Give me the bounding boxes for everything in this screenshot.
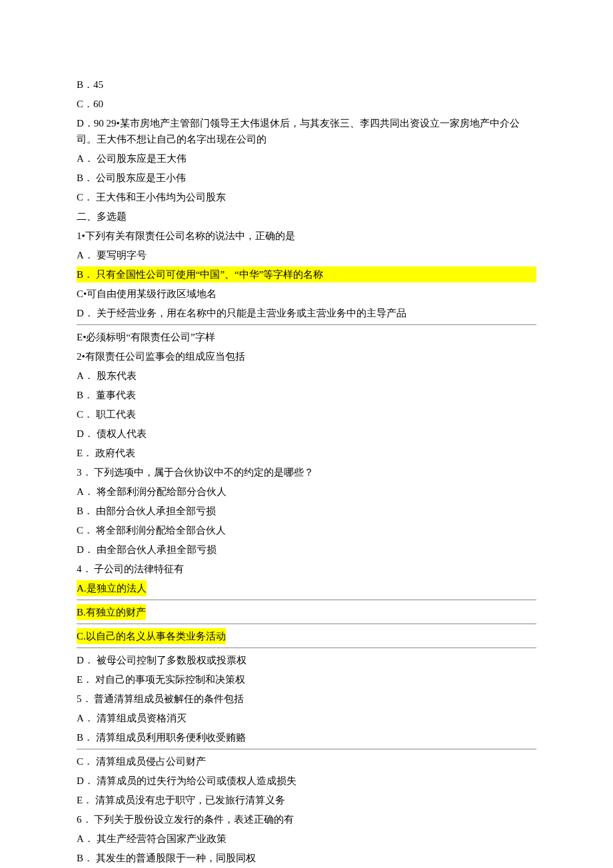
text-line: A． 将全部利润分配给部分合伙人 [77,484,536,500]
body-text: 3． 下列选项中，属于合伙协议中不的约定的是哪些？ [77,467,314,478]
document-page: B．45C．60D．90 29•某市房地产主管部门领导王大伟退休后，与其友张三、… [0,0,613,868]
text-line: B.有独立的财产 [77,604,536,620]
body-text: D． 由全部合伙人承担全部亏损 [77,544,217,555]
body-text: A． 将全部利润分配给部分合伙人 [77,486,227,497]
text-line: C． 清算组成员侵占公司财产 [77,753,536,769]
text-line: B． 由部分合伙人承担全部亏损 [77,503,536,519]
body-text: 5． 普通清算组成员被解任的条件包括 [77,693,244,704]
separator-line [77,324,536,325]
text-line: A． 其生产经营符合国家产业政策 [77,831,536,847]
text-line: 二、多选题 [77,209,536,224]
text-line: D． 被母公司控制了多数股权或投票权 [77,652,536,668]
text-line: E． 政府代表 [77,445,536,461]
body-text: A． 要写明字号 [77,250,147,260]
text-line: D． 债权人代表 [77,426,536,442]
body-text: C． 王大伟和王小伟均为公司股东 [77,192,226,203]
text-line: B． 公司股东应是王小伟 [77,170,536,186]
text-line: E． 对自己的事项无实际控制和决策权 [77,671,536,687]
body-text: 4． 子公司的法律特征有 [77,564,184,574]
text-line: D． 关于经营业务，用在名称中的只能是主营业务或主营业务中的主导产品 [77,305,536,321]
body-text: C． 职工代表 [77,409,136,420]
text-line: 6． 下列关于股份设立发行的条件，表述正确的有 [77,811,536,827]
text-line: D．90 29•某市房地产主管部门领导王大伟退休后，与其友张三、李四共同出资设立… [77,115,536,147]
text-line: B． 董事代表 [77,387,536,403]
body-text: 二、多选题 [77,211,127,222]
body-text: C．60 [77,99,103,109]
text-line: B． 清算组成员利用职务便利收受贿赂 [77,729,536,745]
body-text: B．45 [77,79,103,90]
text-line: C． 王大伟和王小伟均为公司股东 [77,189,536,205]
body-text: A． 清算组成员资格消灭 [77,713,187,723]
body-text: D． 关于经营业务，用在名称中的只能是主营业务或主营业务中的主导产品 [77,308,406,318]
text-line: A． 要写明字号 [77,247,536,263]
body-text: C•可自由使用某级行政区域地名 [77,288,217,299]
body-text: 2•有限责任公司监事会的组成应当包括 [77,351,245,362]
separator-line [77,624,536,624]
separator-line [77,749,536,749]
highlighted-text: B． 只有全国性公司可使用“中国”、“中华”等字样的名称 [77,266,536,282]
text-line: C.以自己的名义从事各类业务活动 [77,628,536,644]
body-text: E． 政府代表 [77,448,135,458]
separator-line [77,600,536,600]
body-text: B． 董事代表 [77,390,136,400]
highlighted-text: B.有独立的财产 [77,604,146,620]
text-line: C． 职工代表 [77,406,536,422]
text-line: D． 由全部合伙人承担全部亏损 [77,542,536,558]
text-line: A． 公司股东应是王大伟 [77,151,536,167]
text-line: 1•下列有关有限责任公司名称的说法中，正确的是 [77,228,536,244]
body-text: B． 由部分合伙人承担全部亏损 [77,506,216,516]
body-text: A． 其生产经营符合国家产业政策 [77,833,227,844]
body-text: A． 公司股东应是王大伟 [77,153,187,164]
body-text: D．90 29•某市房地产主管部门领导王大伟退休后，与其友张三、李四共同出资设立… [77,118,520,145]
body-text: D． 债权人代表 [77,428,147,439]
text-line: B． 只有全国性公司可使用“中国”、“中华”等字样的名称 [77,266,536,282]
text-line: 4． 子公司的法律特征有 [77,561,536,577]
text-line: B．45 [77,77,536,93]
text-line: A.是独立的法人 [77,580,536,596]
text-line: D． 清算成员的过失行为给公司或债权人造成损失 [77,773,536,789]
body-text: B． 其发生的普通股限于一种，同股同权 [77,853,256,863]
body-text: 1•下列有关有限责任公司名称的说法中，正确的是 [77,230,295,241]
body-text: D． 清算成员的过失行为给公司或债权人造成损失 [77,775,297,786]
text-line: 2•有限责任公司监事会的组成应当包括 [77,348,536,364]
body-text: C． 将全部利润分配给全部合伙人 [77,525,226,536]
body-text: E． 清算成员没有忠于职守，已发旅行清算义务 [77,795,285,805]
body-text: E•必须标明“有限责任公司”字样 [77,332,215,342]
body-text: B． 公司股东应是王小伟 [77,173,186,183]
highlighted-text: C.以自己的名义从事各类业务活动 [77,628,226,644]
text-line: E•必须标明“有限责任公司”字样 [77,329,536,345]
text-line: A． 清算组成员资格消灭 [77,710,536,726]
body-text: C． 清算组成员侵占公司财产 [77,756,206,767]
text-line: C•可自由使用某级行政区域地名 [77,286,536,302]
separator-line [77,648,536,648]
body-text: B． 清算组成员利用职务便利收受贿赂 [77,732,246,743]
body-text: D． 被母公司控制了多数股权或投票权 [77,655,247,665]
text-line: B． 其发生的普通股限于一种，同股同权 [77,850,536,866]
text-line: A． 股东代表 [77,368,536,384]
body-text: 6． 下列关于股份设立发行的条件，表述正确的有 [77,814,294,825]
text-line: C．60 [77,96,536,112]
body-text: A． 股东代表 [77,370,137,381]
text-line: 3． 下列选项中，属于合伙协议中不的约定的是哪些？ [77,464,536,480]
highlighted-text: A.是独立的法人 [77,580,147,596]
text-line: C． 将全部利润分配给全部合伙人 [77,522,536,538]
text-line: 5． 普通清算组成员被解任的条件包括 [77,691,536,707]
body-text: E． 对自己的事项无实际控制和决策权 [77,674,245,685]
text-line: E． 清算成员没有忠于职守，已发旅行清算义务 [77,792,536,808]
